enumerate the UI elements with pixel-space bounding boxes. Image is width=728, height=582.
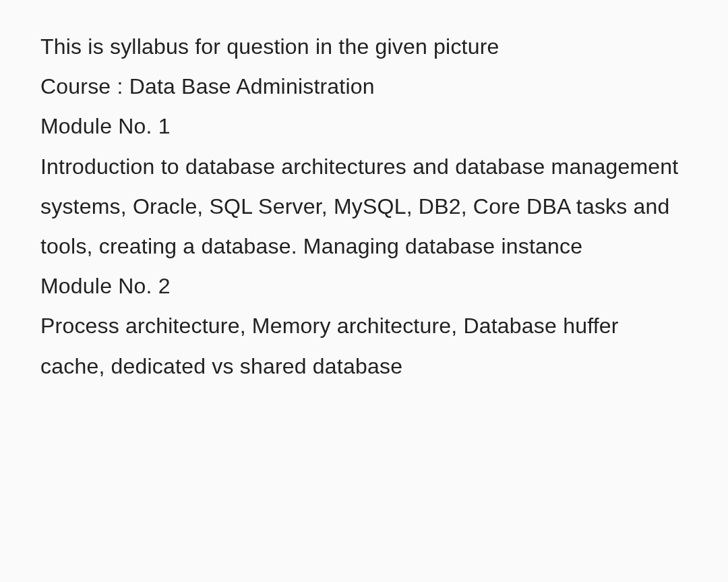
module-2-header: Module No. 2 [40,266,688,306]
intro-text: This is syllabus for question in the giv… [40,27,688,67]
course-line: Course : Data Base Administration [40,67,688,107]
module-1-header: Module No. 1 [40,107,688,146]
module-1-body: Introduction to database architectures a… [40,147,688,267]
module-2-body: Process architecture, Memory architectur… [40,306,688,386]
syllabus-document: This is syllabus for question in the giv… [40,27,688,386]
